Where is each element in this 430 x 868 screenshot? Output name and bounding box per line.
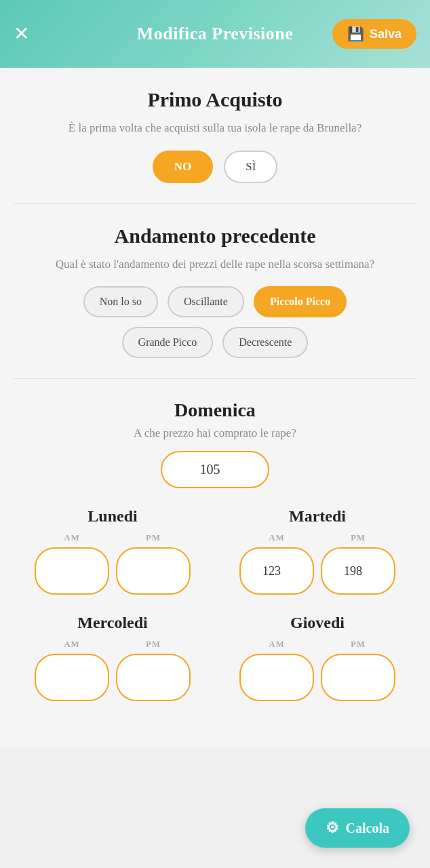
giovedi-am-input[interactable] xyxy=(239,654,314,701)
giovedi-am-pm: AM PM xyxy=(239,639,395,701)
option-no[interactable]: NO xyxy=(153,151,214,183)
mercoledi-am-input[interactable] xyxy=(35,654,109,701)
save-icon: 💾 xyxy=(347,26,364,42)
lunedi-pm-label: PM xyxy=(146,532,161,543)
giovedi-title: Giovedi xyxy=(290,614,345,632)
lunedi-title: Lunedi xyxy=(87,507,137,526)
option-piccolo-picco[interactable]: Piccolo Picco xyxy=(254,286,347,317)
domenica-price-container xyxy=(14,451,416,488)
lunedi-col: Lunedi AM PM xyxy=(14,507,212,595)
mercoledi-col: Mercoledi AM PM xyxy=(14,614,212,701)
option-si[interactable]: SÌ xyxy=(224,151,277,183)
andamento-section: Andamento precedente Qual è stato l'anda… xyxy=(14,224,416,359)
divider-2 xyxy=(14,378,416,379)
domenica-subtitle: A che prezzo hai comprato le rape? xyxy=(14,427,416,440)
domenica-title: Domenica xyxy=(14,399,416,421)
domenica-section: Domenica A che prezzo hai comprato le ra… xyxy=(14,399,416,488)
mercoledi-title: Mercoledi xyxy=(77,614,148,632)
primo-acquisto-desc: È la prima volta che acquisti sulla tua … xyxy=(14,119,416,137)
mercoledi-am-pm: AM PM xyxy=(35,639,191,701)
giovedi-am-group: AM xyxy=(239,639,314,701)
martedi-title: Martedi xyxy=(289,507,346,526)
mercoledi-am-label: AM xyxy=(64,639,80,650)
giovedi-am-label: AM xyxy=(269,639,285,650)
calcola-icon: ⚙ xyxy=(326,819,339,837)
lunedi-martedi-row: Lunedi AM PM Martedi AM PM xyxy=(14,507,416,595)
primo-acquisto-options: NO SÌ xyxy=(14,151,416,183)
andamento-title: Andamento precedente xyxy=(14,224,416,248)
giovedi-pm-label: PM xyxy=(351,639,366,650)
mercoledi-pm-input[interactable] xyxy=(116,654,191,701)
martedi-pm-group: PM xyxy=(321,532,395,595)
martedi-pm-input[interactable] xyxy=(321,547,395,595)
lunedi-pm-group: PM xyxy=(116,532,191,595)
option-grande-picco[interactable]: Grande Picco xyxy=(122,327,214,358)
header: ✕ Modifica Previsione 💾 Salva xyxy=(0,0,430,68)
andamento-options-row2: Grande Picco Decrescente xyxy=(14,327,416,358)
martedi-am-label: AM xyxy=(269,532,285,543)
martedi-am-input[interactable] xyxy=(239,547,314,595)
lunedi-am-label: AM xyxy=(64,532,80,543)
andamento-options-row1: Non lo so Oscillante Piccolo Picco xyxy=(14,286,416,317)
page-title: Modifica Previsione xyxy=(137,24,294,44)
save-button[interactable]: 💾 Salva xyxy=(332,19,416,49)
mercoledi-am-group: AM xyxy=(35,639,109,701)
giovedi-pm-group: PM xyxy=(321,639,395,701)
close-button[interactable]: ✕ xyxy=(14,24,29,43)
giovedi-pm-input[interactable] xyxy=(321,654,395,701)
lunedi-am-group: AM xyxy=(35,532,109,595)
andamento-desc: Qual è stato l'andamento dei prezzi dell… xyxy=(14,256,416,273)
lunedi-pm-input[interactable] xyxy=(116,547,191,595)
option-non-lo-so[interactable]: Non lo so xyxy=(83,286,158,317)
calcola-button[interactable]: ⚙ Calcola xyxy=(305,808,410,848)
content: Primo Acquisto È la prima volta che acqu… xyxy=(0,68,430,747)
martedi-col: Martedi AM PM xyxy=(218,507,416,595)
mercoledi-pm-label: PM xyxy=(146,639,161,650)
domenica-price-input[interactable] xyxy=(161,451,269,488)
option-oscillante[interactable]: Oscillante xyxy=(168,286,244,317)
mercoledi-pm-group: PM xyxy=(116,639,191,701)
lunedi-am-pm: AM PM xyxy=(35,532,191,595)
primo-acquisto-title: Primo Acquisto xyxy=(14,88,416,111)
martedi-am-pm: AM PM xyxy=(239,532,395,595)
option-decrescente[interactable]: Decrescente xyxy=(222,327,308,358)
save-label: Salva xyxy=(370,27,402,41)
mercoledi-giovedi-row: Mercoledi AM PM Giovedi AM xyxy=(14,614,416,701)
martedi-pm-label: PM xyxy=(351,532,366,543)
calcola-label: Calcola xyxy=(346,821,389,836)
lunedi-am-input[interactable] xyxy=(35,547,109,595)
martedi-am-group: AM xyxy=(239,532,314,595)
primo-acquisto-section: Primo Acquisto È la prima volta che acqu… xyxy=(14,88,416,183)
divider-1 xyxy=(14,203,416,204)
giovedi-col: Giovedi AM PM xyxy=(218,614,416,701)
